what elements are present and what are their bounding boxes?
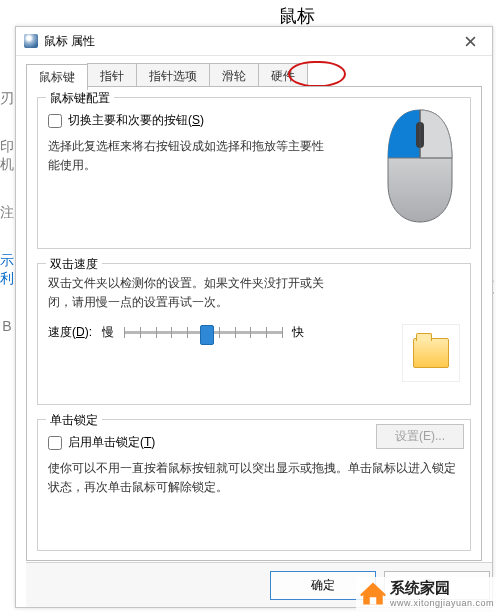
- mouse-properties-dialog: 鼠标 属性 hnzkhbsb.com 鼠标键 指针 指针选项 滑轮 硬件 鼠标键…: [15, 26, 493, 608]
- titlebar: 鼠标 属性: [16, 27, 492, 56]
- slow-label: 慢: [102, 324, 114, 341]
- folder-icon: [413, 338, 449, 368]
- click-lock-input[interactable]: [48, 436, 62, 450]
- tab-buttons[interactable]: 鼠标键: [26, 64, 88, 90]
- bg-left-strip: 刃 印机 注 示利 B: [0, 90, 14, 390]
- brand-name: 系统家园: [390, 579, 494, 598]
- fast-label: 快: [292, 324, 304, 341]
- speed-label: 速度(D):: [48, 324, 92, 341]
- click-lock-desc: 使你可以不用一直按着鼠标按钮就可以突出显示或拖拽。单击鼠标以进入锁定状态，再次单…: [48, 459, 458, 497]
- house-icon: [360, 581, 386, 607]
- tab-pane: 鼠标键配置 切换主要和次要的按钮(S) 选择此复选框来将右按钮设成如选择和拖放等…: [26, 86, 482, 561]
- close-icon: [465, 36, 476, 47]
- speed-slider[interactable]: [124, 322, 282, 342]
- page-title: 鼠标: [279, 4, 315, 28]
- brand-badge: 系统家园 www.xitongjiayuan.com: [356, 577, 498, 610]
- brand-url: www.xitongjiayuan.com: [390, 598, 494, 608]
- group-button-config: 鼠标键配置 切换主要和次要的按钮(S) 选择此复选框来将右按钮设成如选择和拖放等…: [37, 97, 471, 249]
- svg-rect-3: [370, 597, 377, 604]
- double-click-desc: 双击文件夹以检测你的设置。如果文件夹没打开或关闭，请用慢一点的设置再试一次。: [48, 274, 338, 312]
- mouse-icon: [24, 34, 38, 48]
- click-lock-settings-button: 设置(E)...: [376, 424, 464, 449]
- swap-buttons-desc: 选择此复选框来将右按钮设成如选择和拖放等主要性能使用。: [48, 137, 328, 175]
- group-legend: 双击速度: [46, 256, 102, 273]
- dialog-title: 鼠标 属性: [44, 33, 95, 50]
- group-click-lock: 单击锁定 启用单击锁定(T) 设置(E)... 使你可以不用一直按着鼠标按钮就可…: [37, 419, 471, 551]
- close-button[interactable]: [448, 27, 492, 55]
- group-double-click: 双击速度 双击文件夹以检测你的设置。如果文件夹没打开或关闭，请用慢一点的设置再试…: [37, 263, 471, 405]
- swap-buttons-input[interactable]: [48, 114, 62, 128]
- mouse-illustration: [378, 106, 462, 224]
- test-folder[interactable]: [402, 324, 460, 382]
- group-legend: 单击锁定: [46, 412, 102, 429]
- group-legend: 鼠标键配置: [46, 90, 114, 107]
